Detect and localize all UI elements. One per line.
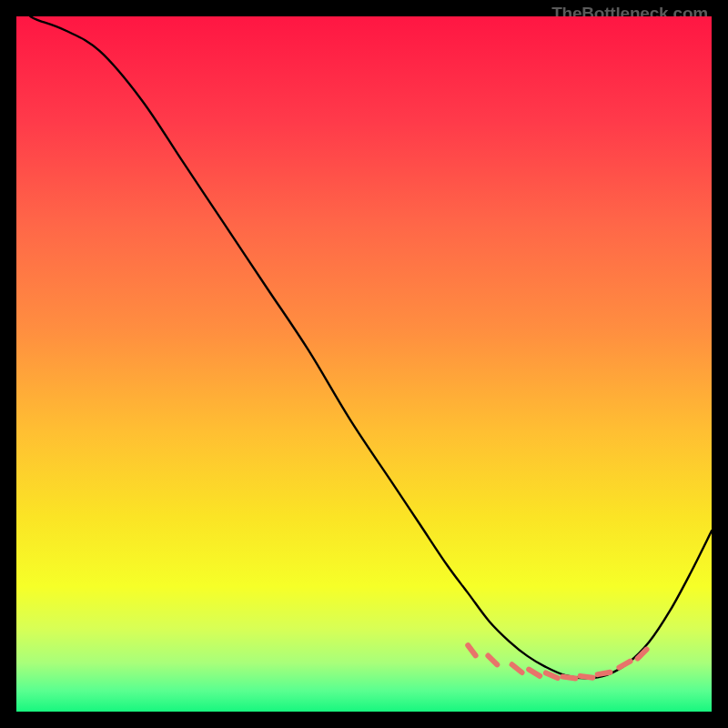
chart-container: TheBottleneck.com: [0, 0, 728, 728]
gradient-background: [16, 16, 712, 712]
chart-plot-area: [16, 16, 712, 712]
chart-svg: [16, 16, 712, 712]
